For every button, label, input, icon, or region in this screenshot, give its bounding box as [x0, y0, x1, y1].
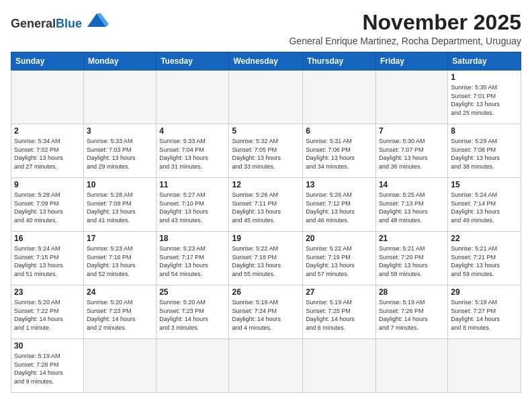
week-row-2: 9Sunrise: 5:28 AM Sunset: 7:09 PM Daylig…: [11, 178, 521, 232]
day-number: 10: [87, 180, 153, 189]
day-number: 17: [87, 234, 153, 243]
title-area: November 2025 General Enrique Martinez, …: [289, 11, 521, 46]
calendar-cell: 29Sunrise: 5:19 AM Sunset: 7:27 PM Dayli…: [448, 285, 521, 339]
day-number: 22: [451, 234, 518, 243]
day-info: Sunrise: 5:28 AM Sunset: 7:09 PM Dayligh…: [14, 191, 81, 224]
week-row-0: 1Sunrise: 5:35 AM Sunset: 7:01 PM Daylig…: [11, 71, 521, 124]
day-number: 2: [14, 126, 81, 136]
calendar-cell: 13Sunrise: 5:26 AM Sunset: 7:12 PM Dayli…: [303, 178, 376, 232]
calendar-cell: 24Sunrise: 5:20 AM Sunset: 7:23 PM Dayli…: [84, 285, 157, 339]
day-info: Sunrise: 5:19 AM Sunset: 7:26 PM Dayligh…: [379, 298, 445, 332]
calendar-cell: 14Sunrise: 5:25 AM Sunset: 7:13 PM Dayli…: [375, 178, 447, 232]
calendar-cell: 7Sunrise: 5:30 AM Sunset: 7:07 PM Daylig…: [375, 124, 447, 178]
day-number: 16: [14, 234, 81, 243]
col-header-wednesday: Wednesday: [229, 52, 303, 71]
day-number: 9: [14, 180, 81, 189]
col-header-thursday: Thursday: [303, 52, 376, 71]
calendar-cell: 23Sunrise: 5:20 AM Sunset: 7:22 PM Dayli…: [11, 285, 84, 339]
calendar-cell: 8Sunrise: 5:29 AM Sunset: 7:08 PM Daylig…: [448, 124, 521, 178]
calendar-cell: 6Sunrise: 5:31 AM Sunset: 7:06 PM Daylig…: [303, 124, 376, 178]
day-number: 21: [379, 234, 445, 243]
calendar-cell: 16Sunrise: 5:24 AM Sunset: 7:15 PM Dayli…: [11, 232, 84, 285]
day-number: 6: [306, 126, 373, 136]
calendar-cell: 1Sunrise: 5:35 AM Sunset: 7:01 PM Daylig…: [448, 71, 521, 124]
day-info: Sunrise: 5:19 AM Sunset: 7:24 PM Dayligh…: [232, 298, 300, 332]
calendar-cell: [157, 71, 229, 124]
day-number: 29: [451, 287, 518, 297]
calendar-cell: [84, 71, 157, 124]
day-number: 23: [14, 287, 81, 297]
logo-icon: [85, 11, 109, 30]
day-number: 30: [14, 341, 81, 351]
calendar-cell: 26Sunrise: 5:19 AM Sunset: 7:24 PM Dayli…: [229, 285, 303, 339]
day-info: Sunrise: 5:25 AM Sunset: 7:13 PM Dayligh…: [379, 191, 445, 224]
day-info: Sunrise: 5:30 AM Sunset: 7:07 PM Dayligh…: [379, 137, 445, 171]
day-number: 13: [306, 180, 373, 189]
day-number: 4: [159, 126, 226, 136]
day-number: 5: [232, 126, 300, 136]
day-info: Sunrise: 5:19 AM Sunset: 7:25 PM Dayligh…: [306, 298, 373, 332]
header: General Blue November 2025 General Enriq…: [11, 11, 521, 46]
day-number: 26: [232, 287, 300, 297]
calendar-cell: [303, 339, 376, 393]
calendar-cell: 15Sunrise: 5:24 AM Sunset: 7:14 PM Dayli…: [448, 178, 521, 232]
day-info: Sunrise: 5:21 AM Sunset: 7:20 PM Dayligh…: [379, 244, 445, 278]
day-info: Sunrise: 5:19 AM Sunset: 7:28 PM Dayligh…: [14, 352, 81, 385]
day-info: Sunrise: 5:26 AM Sunset: 7:11 PM Dayligh…: [232, 191, 300, 224]
day-number: 3: [87, 126, 153, 136]
calendar-cell: 5Sunrise: 5:32 AM Sunset: 7:05 PM Daylig…: [229, 124, 303, 178]
day-number: 11: [159, 180, 226, 189]
calendar-cell: 28Sunrise: 5:19 AM Sunset: 7:26 PM Dayli…: [375, 285, 447, 339]
day-info: Sunrise: 5:33 AM Sunset: 7:03 PM Dayligh…: [87, 137, 153, 171]
calendar-cell: 4Sunrise: 5:33 AM Sunset: 7:04 PM Daylig…: [157, 124, 229, 178]
calendar-cell: 9Sunrise: 5:28 AM Sunset: 7:09 PM Daylig…: [11, 178, 84, 232]
calendar-cell: 18Sunrise: 5:23 AM Sunset: 7:17 PM Dayli…: [157, 232, 229, 285]
calendar-cell: [448, 339, 521, 393]
week-row-1: 2Sunrise: 5:34 AM Sunset: 7:02 PM Daylig…: [11, 124, 521, 178]
col-header-saturday: Saturday: [448, 52, 521, 71]
calendar-cell: [11, 71, 84, 124]
day-info: Sunrise: 5:35 AM Sunset: 7:01 PM Dayligh…: [451, 83, 518, 117]
day-number: 19: [232, 234, 300, 243]
day-info: Sunrise: 5:22 AM Sunset: 7:19 PM Dayligh…: [306, 244, 373, 278]
day-info: Sunrise: 5:27 AM Sunset: 7:10 PM Dayligh…: [159, 191, 226, 224]
day-info: Sunrise: 5:20 AM Sunset: 7:23 PM Dayligh…: [87, 298, 153, 332]
calendar-cell: 2Sunrise: 5:34 AM Sunset: 7:02 PM Daylig…: [11, 124, 84, 178]
calendar-cell: 3Sunrise: 5:33 AM Sunset: 7:03 PM Daylig…: [84, 124, 157, 178]
day-info: Sunrise: 5:24 AM Sunset: 7:14 PM Dayligh…: [451, 191, 518, 224]
col-header-tuesday: Tuesday: [157, 52, 229, 71]
calendar-cell: 12Sunrise: 5:26 AM Sunset: 7:11 PM Dayli…: [229, 178, 303, 232]
calendar-cell: [375, 71, 447, 124]
day-number: 14: [379, 180, 445, 189]
day-number: 27: [306, 287, 373, 297]
calendar-header-row: SundayMondayTuesdayWednesdayThursdayFrid…: [11, 52, 521, 71]
day-info: Sunrise: 5:29 AM Sunset: 7:08 PM Dayligh…: [451, 137, 518, 171]
calendar-cell: 11Sunrise: 5:27 AM Sunset: 7:10 PM Dayli…: [157, 178, 229, 232]
day-info: Sunrise: 5:21 AM Sunset: 7:21 PM Dayligh…: [451, 244, 518, 278]
logo-blue-text: Blue: [56, 17, 82, 30]
calendar-cell: 22Sunrise: 5:21 AM Sunset: 7:21 PM Dayli…: [448, 232, 521, 285]
subtitle: General Enrique Martinez, Rocha Departme…: [289, 36, 521, 46]
day-number: 7: [379, 126, 445, 136]
calendar-cell: [229, 71, 303, 124]
calendar-cell: 21Sunrise: 5:21 AM Sunset: 7:20 PM Dayli…: [375, 232, 447, 285]
day-info: Sunrise: 5:19 AM Sunset: 7:27 PM Dayligh…: [451, 298, 518, 332]
day-number: 20: [306, 234, 373, 243]
day-number: 15: [451, 180, 518, 189]
week-row-5: 30Sunrise: 5:19 AM Sunset: 7:28 PM Dayli…: [11, 339, 521, 393]
day-info: Sunrise: 5:22 AM Sunset: 7:18 PM Dayligh…: [232, 244, 300, 278]
day-info: Sunrise: 5:28 AM Sunset: 7:09 PM Dayligh…: [87, 191, 153, 224]
day-info: Sunrise: 5:33 AM Sunset: 7:04 PM Dayligh…: [159, 137, 226, 171]
day-info: Sunrise: 5:20 AM Sunset: 7:23 PM Dayligh…: [159, 298, 226, 332]
day-number: 8: [451, 126, 518, 136]
calendar-cell: 30Sunrise: 5:19 AM Sunset: 7:28 PM Dayli…: [11, 339, 84, 393]
day-info: Sunrise: 5:23 AM Sunset: 7:17 PM Dayligh…: [159, 244, 226, 278]
day-info: Sunrise: 5:26 AM Sunset: 7:12 PM Dayligh…: [306, 191, 373, 224]
col-header-monday: Monday: [84, 52, 157, 71]
day-info: Sunrise: 5:23 AM Sunset: 7:16 PM Dayligh…: [87, 244, 153, 278]
day-number: 25: [159, 287, 226, 297]
week-row-4: 23Sunrise: 5:20 AM Sunset: 7:22 PM Dayli…: [11, 285, 521, 339]
logo-general-text: General: [11, 17, 56, 30]
day-info: Sunrise: 5:20 AM Sunset: 7:22 PM Dayligh…: [14, 298, 81, 332]
logo: General Blue: [11, 11, 109, 30]
